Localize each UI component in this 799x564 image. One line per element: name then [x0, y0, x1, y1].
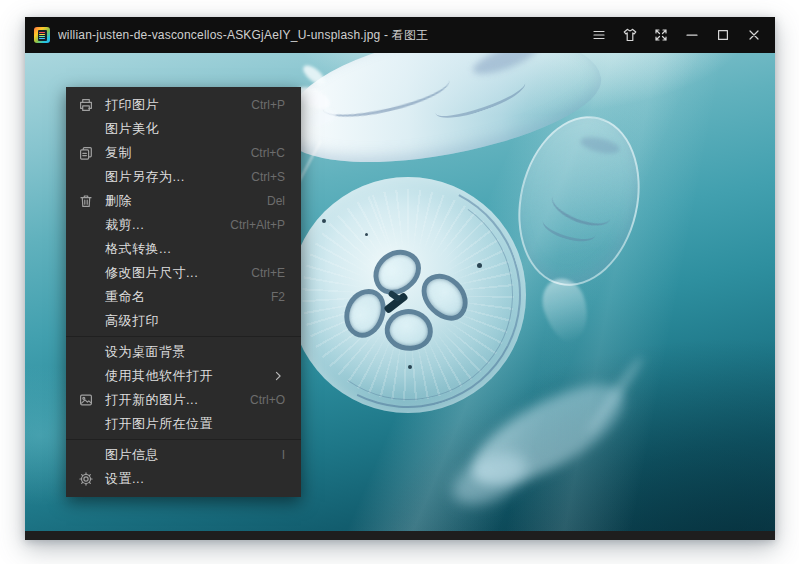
menu-item-shortcut: Ctrl+Alt+P — [230, 218, 285, 232]
menu-item-convert-format[interactable]: 格式转换... — [66, 237, 301, 261]
menu-item-shortcut: F2 — [271, 290, 285, 304]
menu-item-label: 复制 — [105, 144, 251, 162]
menu-icon-placeholder — [74, 261, 98, 285]
window-title: willian-justen-de-vasconcellos-ASKGjAeIY… — [58, 27, 428, 44]
maximize-button[interactable] — [707, 20, 738, 50]
menu-item-shortcut: Ctrl+S — [251, 170, 285, 184]
menu-item-label: 修改图片尺寸... — [105, 264, 251, 282]
menu-icon-placeholder — [74, 165, 98, 189]
menu-item-settings[interactable]: 设置... — [66, 467, 301, 491]
trash-icon — [74, 189, 98, 213]
maximize-icon — [715, 27, 731, 43]
menu-item-rename[interactable]: 重命名F2 — [66, 285, 301, 309]
jellyfish-right-tail — [536, 273, 596, 347]
jellyfish-speck — [322, 219, 326, 223]
menu-item-shortcut: Ctrl+O — [250, 393, 285, 407]
menu-item-advanced-print[interactable]: 高级打印 — [66, 309, 301, 333]
menu-separator — [66, 439, 301, 440]
menu-item-shortcut: Ctrl+C — [251, 146, 285, 160]
menu-item-save-image-as[interactable]: 图片另存为...Ctrl+S — [66, 165, 301, 189]
image-icon — [74, 388, 98, 412]
menu-separator — [66, 336, 301, 337]
menu-icon-placeholder — [74, 443, 98, 467]
menu-item-label: 使用其他软件打开 — [105, 367, 271, 385]
menu-item-shortcut: I — [282, 448, 285, 462]
menu-item-label: 裁剪... — [105, 216, 230, 234]
menu-item-resize-image[interactable]: 修改图片尺寸...Ctrl+E — [66, 261, 301, 285]
tshirt-icon — [622, 27, 638, 43]
menu-icon-placeholder — [74, 364, 98, 388]
main-menu-button[interactable] — [583, 20, 614, 50]
menu-item-print-image[interactable]: 打印图片Ctrl+P — [66, 93, 301, 117]
menu-item-label: 打开图片所在位置 — [105, 415, 285, 433]
menu-item-shortcut: Ctrl+P — [251, 98, 285, 112]
menu-item-copy[interactable]: 复制Ctrl+C — [66, 141, 301, 165]
menu-icon-placeholder — [74, 285, 98, 309]
menu-item-image-info[interactable]: 图片信息I — [66, 443, 301, 467]
menu-item-crop[interactable]: 裁剪...Ctrl+Alt+P — [66, 213, 301, 237]
menu-item-shortcut: Del — [267, 194, 285, 208]
jellyfish-speck — [365, 233, 368, 236]
menu-item-shortcut: Ctrl+E — [251, 266, 285, 280]
app-logo-inner — [38, 30, 47, 41]
context-menu: 打印图片Ctrl+P图片美化复制Ctrl+C图片另存为...Ctrl+S删除De… — [66, 87, 301, 497]
menu-item-open-new-image[interactable]: 打开新的图片...Ctrl+O — [66, 388, 301, 412]
menu-item-label: 重命名 — [105, 288, 271, 306]
bottom-bar — [25, 531, 775, 540]
fullscreen-icon — [653, 27, 669, 43]
menu-item-label: 高级打印 — [105, 312, 285, 330]
app-logo-icon — [34, 27, 50, 43]
menu-item-set-as-wallpaper[interactable]: 设为桌面背景 — [66, 340, 301, 364]
menu-icon-placeholder — [74, 412, 98, 436]
menu-icon-placeholder — [74, 117, 98, 141]
menu-item-open-image-location[interactable]: 打开图片所在位置 — [66, 412, 301, 436]
chevron-right-icon — [271, 369, 285, 383]
menu-item-label: 格式转换... — [105, 240, 285, 258]
jellyfish-radial-streaks — [302, 189, 514, 401]
fullscreen-button[interactable] — [645, 20, 676, 50]
gear-icon — [74, 467, 98, 491]
menu-icon-placeholder — [74, 213, 98, 237]
minimize-button[interactable] — [676, 20, 707, 50]
hamburger-icon — [591, 27, 607, 43]
jellyfish-speck — [408, 365, 412, 369]
menu-item-open-with-other-app[interactable]: 使用其他软件打开 — [66, 364, 301, 388]
printer-icon — [74, 93, 98, 117]
menu-item-label: 设置... — [105, 470, 285, 488]
screenshot-stage: willian-justen-de-vasconcellos-ASKGjAeIY… — [0, 0, 799, 564]
menu-item-label: 图片信息 — [105, 446, 282, 464]
menu-icon-placeholder — [74, 340, 98, 364]
minimize-icon — [684, 27, 700, 43]
titlebar[interactable]: willian-justen-de-vasconcellos-ASKGjAeIY… — [25, 17, 775, 53]
close-icon — [746, 27, 762, 43]
menu-item-label: 删除 — [105, 192, 267, 210]
menu-icon-placeholder — [74, 237, 98, 261]
skin-button[interactable] — [614, 20, 645, 50]
menu-item-label: 打开新的图片... — [105, 391, 250, 409]
jellyfish-main — [290, 177, 526, 413]
menu-item-delete[interactable]: 删除Del — [66, 189, 301, 213]
menu-item-label: 图片另存为... — [105, 168, 251, 186]
menu-item-beautify-image[interactable]: 图片美化 — [66, 117, 301, 141]
menu-item-label: 图片美化 — [105, 120, 285, 138]
copy-icon — [74, 141, 98, 165]
window-controls — [583, 20, 775, 50]
menu-item-label: 打印图片 — [105, 96, 251, 114]
close-button[interactable] — [738, 20, 769, 50]
menu-item-label: 设为桌面背景 — [105, 343, 285, 361]
menu-icon-placeholder — [74, 309, 98, 333]
jellyfish-speck — [477, 263, 482, 268]
